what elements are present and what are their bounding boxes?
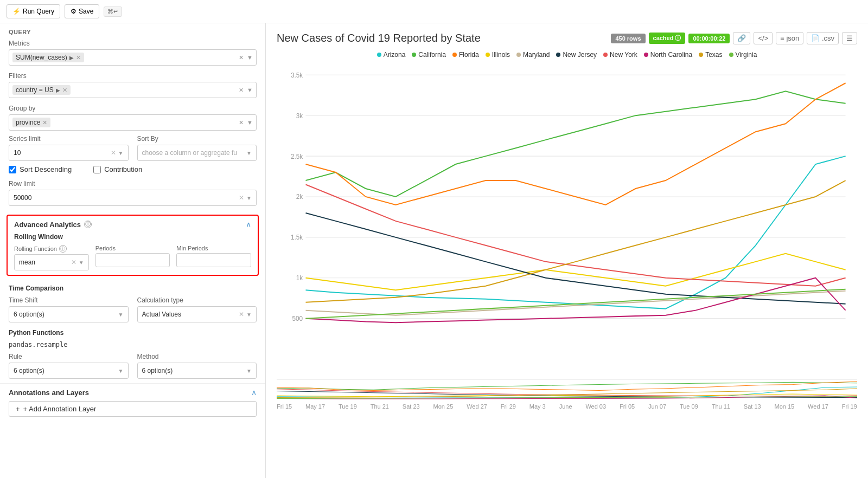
metrics-dropdown-arrow[interactable]: ▼ <box>247 54 253 61</box>
svg-text:3k: 3k <box>296 112 303 119</box>
row-limit-clear[interactable]: ✕ <box>239 194 244 202</box>
sort-descending-checkbox[interactable] <box>9 166 16 173</box>
save-button[interactable]: ⚙ Save <box>65 4 99 18</box>
group-by-dropdown-arrow[interactable]: ▼ <box>247 119 253 126</box>
csv-button[interactable]: 📄 .csv <box>807 32 839 44</box>
chart-panel: New Cases of Covid 19 Reported by State … <box>266 23 868 478</box>
add-annotation-button[interactable]: + + Add Annotation Layer <box>9 401 257 417</box>
json-button[interactable]: ≡ json <box>776 32 803 44</box>
series-limit-arrow[interactable]: ▼ <box>118 150 124 156</box>
calculation-type-value: Actual Values <box>142 311 239 318</box>
method-arrow[interactable]: ▼ <box>246 368 252 374</box>
method-value: 6 option(s) <box>142 367 247 374</box>
row-limit-select[interactable]: 50000 ✕ ▼ <box>9 190 257 206</box>
rolling-function-label: Rolling Function ⓘ <box>14 245 89 253</box>
periods-input[interactable]: 7 <box>95 253 170 267</box>
group-by-clear[interactable]: ✕ <box>239 119 244 126</box>
sort-by-group: Sort By choose a column or aggregate fu … <box>137 135 257 161</box>
time-comparison-row: Time Shift 6 option(s) ▼ Calculation typ… <box>9 296 257 322</box>
series-limit-select[interactable]: 10 ✕ ▼ <box>9 145 129 161</box>
min-periods-input[interactable]: 7 <box>176 253 251 267</box>
legend-dot <box>452 53 457 57</box>
rolling-function-clear[interactable]: ✕ <box>71 259 76 266</box>
series-limit-value: 10 <box>14 149 111 157</box>
min-periods-label: Min Periods <box>176 245 251 251</box>
legend-item-new-york: New York <box>603 51 637 59</box>
group-by-input[interactable]: province ✕ ✕ ▼ <box>9 114 257 131</box>
calculation-type-arrow[interactable]: ▼ <box>246 312 252 318</box>
series-limit-clear[interactable]: ✕ <box>111 149 116 157</box>
contribution-checkbox[interactable] <box>93 166 101 173</box>
filters-input-actions: ✕ ▼ <box>239 87 253 94</box>
svg-text:2k: 2k <box>296 193 303 201</box>
rolling-fields-row: Rolling Function ⓘ mean ✕ ▼ Periods 7 Mi… <box>14 245 251 270</box>
legend-label: New York <box>610 51 637 59</box>
run-query-button[interactable]: ⚡ Run Query <box>7 4 60 18</box>
advanced-analytics-info-icon[interactable]: ⓘ <box>84 221 92 228</box>
calculation-type-clear[interactable]: ✕ <box>239 311 244 318</box>
rolling-function-value: mean <box>19 259 71 266</box>
x-axis-label: Wed 27 <box>467 403 487 410</box>
rolling-function-group: Rolling Function ⓘ mean ✕ ▼ <box>14 245 89 270</box>
filters-tag-close[interactable]: ✕ <box>62 87 67 94</box>
calculation-type-select[interactable]: Actual Values ✕ ▼ <box>137 306 257 322</box>
svg-text:3.5k: 3.5k <box>291 72 303 79</box>
x-axis-label: Fri 05 <box>620 403 635 410</box>
advanced-analytics-header: Advanced Analytics ⓘ ∧ <box>14 220 251 229</box>
code-button[interactable]: </> <box>754 32 773 44</box>
filters-clear[interactable]: ✕ <box>239 87 244 94</box>
add-annotation-label: + Add Annotation Layer <box>23 405 97 413</box>
rolling-window-title: Rolling Window <box>14 233 251 241</box>
metrics-tag-close[interactable]: ✕ <box>76 54 81 61</box>
metrics-input-actions: ✕ ▼ <box>239 54 253 61</box>
periods-group: Periods 7 <box>95 245 170 267</box>
share-button[interactable]: 🔗 <box>733 32 750 44</box>
metrics-tag-value: SUM(new_cases) <box>16 54 67 61</box>
keyboard-shortcut: ⌘↵ <box>104 7 122 17</box>
row-limit-arrow[interactable]: ▼ <box>246 195 252 201</box>
group-by-tag[interactable]: province ✕ <box>12 118 50 127</box>
legend-label: Florida <box>459 51 479 59</box>
time-shift-arrow[interactable]: ▼ <box>118 312 124 318</box>
python-func-name: pandas.resample <box>9 341 257 348</box>
time-shift-select[interactable]: 6 option(s) ▼ <box>9 306 129 322</box>
more-button[interactable]: ☰ <box>842 32 857 44</box>
legend-item-virginia: Virginia <box>729 51 757 59</box>
rule-select[interactable]: 6 option(s) ▼ <box>9 363 129 379</box>
filters-input[interactable]: country = US ▶ ✕ ✕ ▼ <box>9 82 257 98</box>
advanced-analytics-chevron[interactable]: ∧ <box>246 220 251 229</box>
sort-by-arrow[interactable]: ▼ <box>246 150 252 156</box>
sort-descending-label: Sort Descending <box>20 165 72 173</box>
method-select[interactable]: 6 option(s) ▼ <box>137 363 257 379</box>
rolling-function-arrow[interactable]: ▼ <box>79 260 84 266</box>
rolling-function-select[interactable]: mean ✕ ▼ <box>14 254 89 270</box>
metrics-tag-arrow: ▶ <box>69 55 74 61</box>
filters-tag[interactable]: country = US ▶ ✕ <box>12 85 71 95</box>
series-sort-row: Series limit 10 ✕ ▼ Sort By choose a col… <box>0 135 265 165</box>
method-group: Method 6 option(s) ▼ <box>137 353 257 379</box>
python-functions-section: Python Functions pandas.resample Rule 6 … <box>0 327 265 383</box>
metrics-tag[interactable]: SUM(new_cases) ▶ ✕ <box>12 53 84 62</box>
python-rule-method-row: Rule 6 option(s) ▼ Method 6 option(s) ▼ <box>9 353 257 379</box>
sort-by-select[interactable]: choose a column or aggregate fu ▼ <box>137 145 257 161</box>
time-shift-label: Time Shift <box>9 296 129 304</box>
annotations-chevron[interactable]: ∧ <box>251 388 257 397</box>
advanced-analytics-section: Advanced Analytics ⓘ ∧ Rolling Window Ro… <box>7 215 259 276</box>
legend-label: Arizona <box>384 51 406 59</box>
metrics-clear[interactable]: ✕ <box>239 54 244 61</box>
group-by-tag-close[interactable]: ✕ <box>42 119 47 126</box>
legend-label: Texas <box>705 51 722 59</box>
legend-item-maryland: Maryland <box>516 51 550 59</box>
sort-by-placeholder: choose a column or aggregate fu <box>142 149 247 157</box>
chart-badges: 450 rows cached ⓘ 00:00:00:22 🔗 </> ≡ js… <box>611 32 857 44</box>
filters-label: Filters <box>9 72 257 80</box>
x-axis-label: Wed 03 <box>585 403 606 410</box>
metrics-input[interactable]: SUM(new_cases) ▶ ✕ ✕ ▼ <box>9 49 257 66</box>
legend-dot <box>644 53 648 57</box>
cached-badge[interactable]: cached ⓘ <box>649 33 686 44</box>
rule-arrow[interactable]: ▼ <box>118 368 124 374</box>
chart-title: New Cases of Covid 19 Reported by State <box>277 32 481 44</box>
rolling-function-info-icon[interactable]: ⓘ <box>59 245 67 253</box>
filters-dropdown-arrow[interactable]: ▼ <box>247 87 253 93</box>
advanced-analytics-title: Advanced Analytics ⓘ <box>14 221 92 229</box>
